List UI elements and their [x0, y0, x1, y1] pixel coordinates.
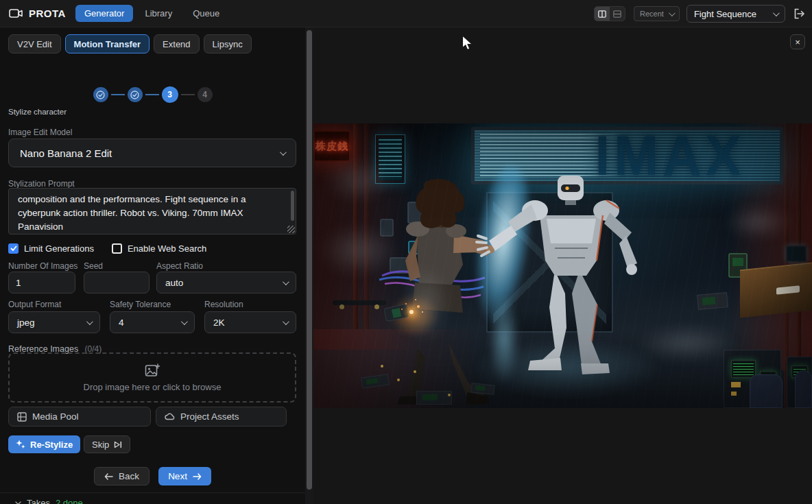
chevron-down-icon [669, 10, 676, 16]
chevron-down-icon [283, 278, 289, 285]
skip-forward-icon [114, 441, 122, 448]
chevron-down-icon [86, 318, 93, 325]
logout-icon [793, 8, 805, 19]
chevron-down-icon [773, 10, 780, 16]
skip-label: Skip [92, 440, 109, 450]
sparkles-icon [16, 440, 25, 449]
step-1-done[interactable] [93, 87, 108, 102]
seed-label: Seed [84, 261, 103, 271]
prompt-text: composition and the performances. Fight … [18, 193, 283, 234]
wizard-stepper: 3 4 [0, 86, 305, 103]
check-icon [10, 245, 17, 252]
image-dropzone[interactable]: Drop image here or click to browse [8, 352, 296, 403]
scrollbar-thumb[interactable] [307, 30, 312, 490]
sign-out-button[interactable] [793, 8, 805, 19]
media-pool-label: Media Pool [32, 411, 79, 422]
output-format-select[interactable]: jpeg [8, 311, 100, 333]
tab-extend[interactable]: Extend [154, 34, 199, 53]
resolution-value: 2K [213, 317, 283, 328]
resize-grip-icon[interactable] [287, 226, 295, 233]
chevron-down-icon [283, 318, 289, 325]
project-dropdown[interactable]: Fight Sequence [686, 5, 785, 23]
number-of-images-input[interactable] [8, 272, 75, 293]
chevron-down-icon [280, 149, 287, 156]
image-edit-model-value: Nano Banana 2 Edit [20, 147, 280, 159]
step-4-todo[interactable]: 4 [198, 87, 213, 102]
section-label: Stylize character [8, 108, 67, 116]
step-connector [181, 94, 195, 95]
image-plus-icon [145, 363, 160, 377]
takes-title: Takes [27, 498, 50, 504]
project-dropdown-value: Fight Sequence [694, 9, 756, 19]
generated-image-preview[interactable]: IMAX 株皮銭 [313, 123, 812, 408]
seed-input[interactable] [84, 272, 150, 293]
step-connector [111, 94, 125, 95]
recent-dropdown-value: Recent [640, 10, 664, 18]
takes-section: Takes 2 done IMG_2956.MOV Render 3.mp4 ·… [0, 492, 305, 504]
step-2-done[interactable] [128, 87, 143, 102]
takes-count: 2 done [56, 498, 83, 504]
safety-tolerance-value: 4 [119, 317, 181, 328]
chevron-down-icon [15, 501, 21, 504]
close-preview-button[interactable]: × [790, 34, 805, 49]
skip-button[interactable]: Skip [84, 435, 130, 453]
resolution-select[interactable]: 2K [204, 311, 296, 333]
image-edit-model-select[interactable]: Nano Banana 2 Edit [8, 139, 296, 167]
re-stylize-label: Re-Stylize [30, 440, 73, 450]
split-horizontal-toggle[interactable] [610, 7, 625, 21]
enable-web-search-label: Enable Web Search [128, 243, 206, 254]
media-pool-button[interactable]: Media Pool [8, 407, 151, 427]
enable-web-search-checkbox[interactable] [112, 243, 122, 254]
top-bar: PROTA Generator Library Queue [0, 0, 812, 27]
brand-title: PROTA [29, 8, 66, 19]
tab-lipsync[interactable]: Lipsync [204, 34, 252, 53]
split-vertical-toggle[interactable] [595, 7, 610, 21]
circle-check-icon [96, 91, 105, 99]
tab-motion-transfer[interactable]: Motion Transfer [65, 34, 150, 53]
cloud-icon [165, 413, 175, 420]
nav-tab-library[interactable]: Library [136, 5, 181, 22]
topbar-right-controls: Recent Fight Sequence [594, 0, 812, 27]
mode-tab-row: V2V Edit Motion Transfer Extend Lipsync [8, 34, 252, 53]
arrow-right-icon [193, 473, 202, 480]
textarea-scrollbar[interactable] [291, 191, 294, 221]
project-assets-button[interactable]: Project Assets [156, 407, 287, 427]
output-format-label: Output Format [8, 300, 61, 309]
wizard-nav-row: Back Next [0, 467, 305, 485]
dropzone-text: Drop image here or click to browse [84, 382, 222, 392]
back-label: Back [119, 471, 139, 481]
safety-tolerance-select[interactable]: 4 [110, 311, 195, 333]
recent-dropdown[interactable]: Recent [634, 6, 680, 21]
next-label: Next [168, 471, 187, 481]
aspect-ratio-label: Aspect Ratio [156, 261, 203, 271]
model-label: Image Edit Model [8, 128, 72, 137]
generator-settings-panel: V2V Edit Motion Transfer Extend Lipsync … [0, 27, 305, 504]
columns-icon [598, 10, 606, 18]
resolution-label: Resolution [204, 300, 243, 309]
nav-tab-queue[interactable]: Queue [184, 5, 228, 22]
limit-generations-checkbox[interactable] [8, 243, 19, 254]
circle-check-icon [130, 91, 139, 99]
step-connector [145, 94, 159, 95]
film-grid-icon [17, 412, 27, 422]
arrow-left-icon [104, 473, 113, 480]
nav-tab-generator[interactable]: Generator [75, 5, 134, 22]
brand: PROTA [9, 8, 66, 19]
next-button[interactable]: Next [158, 467, 211, 485]
tab-v2v-edit[interactable]: V2V Edit [8, 34, 61, 53]
re-stylize-button[interactable]: Re-Stylize [8, 435, 80, 453]
output-format-value: jpeg [17, 317, 86, 328]
chevron-down-icon [181, 318, 188, 325]
aspect-ratio-value: auto [165, 278, 283, 288]
left-panel-scrollbar[interactable] [305, 27, 313, 504]
preview-panel: × IMAX 株皮銭 [313, 27, 812, 504]
back-button[interactable]: Back [94, 467, 150, 485]
step-3-active[interactable]: 3 [162, 86, 178, 103]
limit-generations-label: Limit Generations [24, 243, 94, 254]
rows-icon [613, 10, 621, 18]
aspect-ratio-select[interactable]: auto [156, 272, 296, 293]
takes-header[interactable]: Takes 2 done [0, 498, 305, 504]
stylization-prompt-textarea[interactable]: composition and the performances. Fight … [8, 188, 296, 235]
video-camera-icon [9, 8, 23, 19]
project-assets-label: Project Assets [180, 411, 239, 422]
